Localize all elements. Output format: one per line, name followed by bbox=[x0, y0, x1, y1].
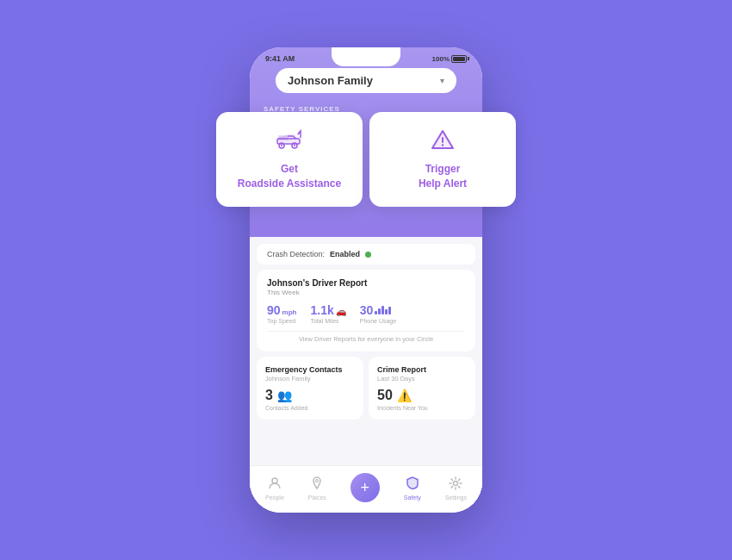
svg-point-6 bbox=[272, 478, 277, 483]
contacts-count: 3 bbox=[265, 388, 273, 403]
tab-safety-label: Safety bbox=[404, 495, 421, 501]
crime-report-title: Crime Report bbox=[377, 365, 467, 374]
tab-safety[interactable]: Safety bbox=[404, 476, 421, 501]
crime-report-card[interactable]: Crime Report Last 30 Days 50 ⚠️ Incident… bbox=[369, 357, 475, 420]
svg-point-5 bbox=[442, 144, 444, 146]
driver-report-card: Johnson's Driver Report This Week 90mph … bbox=[257, 270, 475, 352]
total-miles-label: Total Miles bbox=[310, 318, 345, 324]
battery-indicator: 100% bbox=[432, 55, 467, 63]
emergency-contacts-title: Emergency Contacts bbox=[265, 365, 355, 374]
incidents-label: Incidents Near You bbox=[377, 405, 467, 411]
add-button[interactable]: + bbox=[350, 473, 380, 502]
driver-report-title: Johnson's Driver Report bbox=[267, 278, 465, 288]
incidents-stat: 50 ⚠️ bbox=[377, 388, 467, 403]
bar-4 bbox=[385, 309, 388, 314]
roadside-assistance-label: Get Roadside Assistance bbox=[238, 162, 341, 191]
bar-chart bbox=[375, 304, 391, 314]
battery-icon bbox=[451, 55, 467, 63]
time-display: 9:41 AM bbox=[265, 54, 295, 63]
crash-detection-label: Crash Detection: bbox=[267, 250, 325, 258]
contacts-icon: 👥 bbox=[277, 389, 292, 402]
phone-usage-stat: 30 Phone Usage bbox=[360, 303, 396, 324]
car-icon: 🚗 bbox=[336, 307, 346, 316]
total-miles-stat: 1.1k 🚗 Total Miles bbox=[310, 303, 345, 324]
view-reports-link[interactable]: View Driver Reports for everyone in your… bbox=[267, 331, 465, 343]
crime-report-subtitle: Last 30 Days bbox=[377, 375, 467, 383]
chevron-down-icon: ▾ bbox=[440, 76, 444, 85]
places-icon bbox=[310, 476, 324, 493]
phone-usage-label: Phone Usage bbox=[360, 318, 396, 324]
services-cards-overlay: Get Roadside Assistance Trigger Help Ale… bbox=[211, 112, 521, 207]
tab-bar: People Places + bbox=[250, 465, 482, 513]
crash-detection-status: Enabled bbox=[330, 250, 360, 258]
battery-fill bbox=[453, 57, 465, 61]
tab-settings-label: Settings bbox=[445, 495, 467, 501]
driver-stats-row: 90mph Top Speed 1.1k 🚗 Total Miles bbox=[267, 303, 465, 324]
safety-icon bbox=[406, 476, 419, 493]
crime-icon: ⚠️ bbox=[397, 389, 412, 402]
phone-notch bbox=[332, 47, 400, 66]
tab-settings[interactable]: Settings bbox=[445, 476, 467, 501]
speed-unit: mph bbox=[282, 308, 297, 316]
tab-people-label: People bbox=[265, 495, 284, 501]
family-selector[interactable]: Johnson Family ▾ bbox=[276, 68, 456, 93]
app-background: Get Roadside Assistance Trigger Help Ale… bbox=[0, 0, 732, 560]
tab-add[interactable]: + bbox=[350, 473, 380, 504]
people-icon bbox=[268, 476, 282, 493]
emergency-contacts-card[interactable]: Emergency Contacts Johnson Family 3 👥 Co… bbox=[257, 357, 363, 420]
driver-report-period: This Week bbox=[267, 289, 465, 296]
tab-places[interactable]: Places bbox=[308, 476, 326, 501]
help-alert-card[interactable]: Trigger Help Alert bbox=[369, 112, 516, 207]
contacts-stat: 3 👥 bbox=[265, 388, 355, 403]
bar-5 bbox=[388, 307, 391, 314]
tab-places-label: Places bbox=[308, 495, 326, 501]
phone-usage-value: 30 bbox=[360, 303, 396, 317]
bar-2 bbox=[378, 308, 381, 314]
svg-point-4 bbox=[294, 145, 295, 146]
svg-point-8 bbox=[454, 482, 458, 486]
top-speed-value: 90mph bbox=[267, 303, 296, 317]
top-speed-label: Top Speed bbox=[267, 318, 296, 324]
family-name-label: Johnson Family bbox=[288, 74, 373, 87]
emergency-contacts-subtitle: Johnson Family bbox=[265, 375, 355, 383]
family-selector-wrapper: Johnson Family ▾ bbox=[250, 66, 482, 100]
bottom-cards-row: Emergency Contacts Johnson Family 3 👥 Co… bbox=[257, 357, 475, 420]
help-alert-label: Trigger Help Alert bbox=[419, 162, 467, 191]
bar-1 bbox=[375, 311, 377, 314]
svg-point-2 bbox=[281, 145, 282, 146]
enabled-status-dot bbox=[365, 252, 371, 258]
contacts-label: Contacts Added bbox=[265, 405, 355, 411]
tab-people[interactable]: People bbox=[265, 476, 284, 501]
roadside-assistance-card[interactable]: Get Roadside Assistance bbox=[216, 112, 363, 207]
settings-icon bbox=[449, 476, 462, 493]
svg-point-7 bbox=[316, 480, 319, 482]
tow-truck-icon bbox=[276, 128, 303, 157]
bar-3 bbox=[382, 306, 384, 314]
top-speed-stat: 90mph Top Speed bbox=[267, 303, 296, 324]
alert-triangle-icon bbox=[431, 128, 455, 157]
incidents-count: 50 bbox=[377, 388, 393, 403]
crash-detection-bar: Crash Detection: Enabled bbox=[257, 244, 475, 264]
total-miles-value: 1.1k 🚗 bbox=[310, 303, 345, 317]
